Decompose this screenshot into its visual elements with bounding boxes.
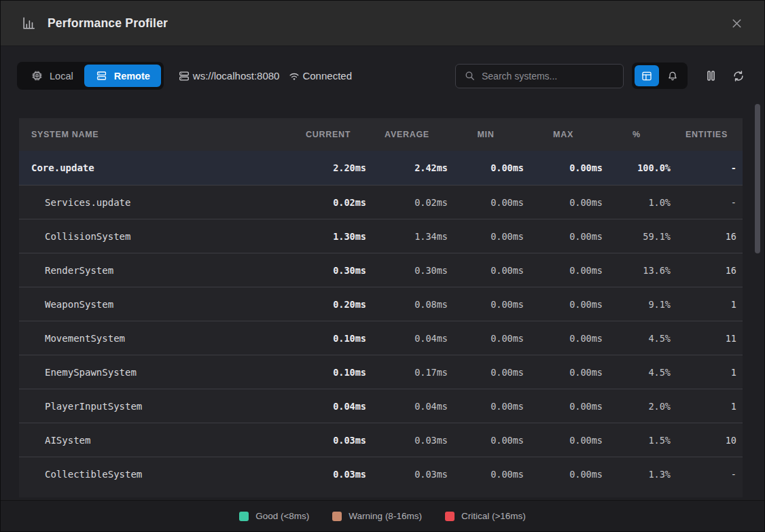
legend-item-good: Good (<8ms) bbox=[239, 511, 309, 521]
pause-icon bbox=[704, 69, 718, 83]
connection-status: Connected bbox=[302, 70, 352, 82]
average-ms-cell: 0.30ms bbox=[366, 265, 448, 276]
column-header-average: AVERAGE bbox=[366, 130, 448, 139]
percent-cell: 4.5% bbox=[603, 367, 671, 378]
local-mode-button[interactable]: Local bbox=[20, 65, 84, 87]
current-ms-cell: 0.30ms bbox=[290, 265, 366, 276]
min-ms-cell: 0.00ms bbox=[448, 231, 524, 242]
current-ms-cell: 0.10ms bbox=[290, 367, 366, 378]
entities-cell: 16 bbox=[671, 231, 743, 242]
table-view-button[interactable] bbox=[635, 65, 659, 86]
system-name-cell: WeaponSystem bbox=[19, 299, 290, 310]
search-icon bbox=[464, 70, 476, 82]
min-ms-cell: 0.00ms bbox=[448, 333, 524, 344]
entities-cell: 1 bbox=[671, 401, 743, 412]
system-name-cell: RenderSystem bbox=[19, 265, 290, 276]
max-ms-cell: 0.00ms bbox=[524, 435, 603, 446]
max-ms-cell: 0.00ms bbox=[524, 299, 603, 310]
mode-toggle: Local Remote bbox=[17, 62, 164, 90]
table-icon bbox=[641, 70, 653, 82]
max-ms-cell: 0.00ms bbox=[524, 333, 603, 344]
column-header-min: MIN bbox=[448, 130, 524, 139]
legend-bar: Good (<8ms) Warning (8-16ms) Critical (>… bbox=[1, 500, 764, 531]
average-ms-cell: 0.04ms bbox=[366, 401, 448, 412]
entities-cell: 16 bbox=[671, 265, 743, 276]
column-header-entities: ENTITIES bbox=[671, 130, 743, 139]
percent-cell: 100.0% bbox=[603, 162, 671, 173]
toolbar: Local Remote ws://localhost:8080 bbox=[1, 62, 764, 90]
percent-cell: 2.0% bbox=[603, 401, 671, 412]
cpu-icon bbox=[31, 69, 43, 82]
percent-cell: 59.1% bbox=[603, 231, 671, 242]
connection-status-group: Connected bbox=[287, 69, 352, 83]
remote-mode-label: Remote bbox=[114, 71, 150, 82]
legend-item-warning: Warning (8-16ms) bbox=[332, 511, 422, 521]
min-ms-cell: 0.00ms bbox=[448, 299, 524, 310]
column-header-system-name: SYSTEM NAME bbox=[19, 130, 290, 139]
max-ms-cell: 0.00ms bbox=[524, 367, 603, 378]
column-header-max: MAX bbox=[524, 130, 603, 139]
average-ms-cell: 0.03ms bbox=[366, 469, 448, 480]
average-ms-cell: 2.42ms bbox=[366, 162, 448, 173]
critical-swatch bbox=[445, 512, 455, 521]
table-row[interactable]: WeaponSystem 0.20ms 0.08ms 0.00ms 0.00ms… bbox=[19, 287, 743, 321]
current-ms-cell: 0.04ms bbox=[290, 401, 366, 412]
system-name-cell: Services.update bbox=[19, 197, 290, 208]
good-label: Good (<8ms) bbox=[255, 511, 309, 521]
server-icon bbox=[177, 69, 191, 83]
table-row[interactable]: Core.update 2.20ms 2.42ms 0.00ms 0.00ms … bbox=[19, 151, 743, 185]
bar-chart-icon bbox=[21, 16, 36, 31]
percent-cell: 9.1% bbox=[603, 299, 671, 310]
title-bar: Performance Profiler bbox=[1, 1, 764, 46]
page-title: Performance Profiler bbox=[48, 16, 168, 31]
systems-table: SYSTEM NAME CURRENT AVERAGE MIN MAX % EN… bbox=[19, 118, 743, 497]
table-row[interactable]: RenderSystem 0.30ms 0.30ms 0.00ms 0.00ms… bbox=[19, 253, 743, 287]
table-row[interactable]: MovementSystem 0.10ms 0.04ms 0.00ms 0.00… bbox=[19, 321, 743, 355]
remote-mode-button[interactable]: Remote bbox=[84, 65, 161, 87]
table-row[interactable]: Services.update 0.02ms 0.02ms 0.00ms 0.0… bbox=[19, 185, 743, 219]
system-name-cell: PlayerInputSystem bbox=[19, 401, 290, 412]
refresh-icon bbox=[732, 69, 745, 83]
max-ms-cell: 0.00ms bbox=[524, 469, 603, 480]
current-ms-cell: 1.30ms bbox=[290, 231, 366, 242]
legend-item-critical: Critical (>16ms) bbox=[445, 511, 526, 521]
column-header-percent: % bbox=[603, 130, 671, 139]
current-ms-cell: 0.10ms bbox=[290, 333, 366, 344]
average-ms-cell: 0.08ms bbox=[366, 299, 448, 310]
pause-button[interactable] bbox=[701, 66, 721, 86]
current-ms-cell: 0.03ms bbox=[290, 435, 366, 446]
table-row[interactable]: PlayerInputSystem 0.04ms 0.04ms 0.00ms 0… bbox=[19, 389, 743, 423]
current-ms-cell: 0.03ms bbox=[290, 469, 366, 480]
max-ms-cell: 0.00ms bbox=[524, 162, 603, 173]
alerts-button[interactable] bbox=[660, 65, 685, 86]
current-ms-cell: 2.20ms bbox=[290, 162, 366, 173]
entities-cell: - bbox=[671, 197, 743, 208]
min-ms-cell: 0.00ms bbox=[448, 367, 524, 378]
ws-url: ws://localhost:8080 bbox=[193, 70, 280, 82]
entities-cell: 1 bbox=[671, 367, 743, 378]
current-ms-cell: 0.20ms bbox=[290, 299, 366, 310]
search-box bbox=[455, 64, 624, 88]
percent-cell: 4.5% bbox=[603, 333, 671, 344]
system-name-cell: CollectibleSystem bbox=[19, 469, 290, 480]
table-row[interactable]: CollisionSystem 1.30ms 1.34ms 0.00ms 0.0… bbox=[19, 219, 743, 253]
table-body: Core.update 2.20ms 2.42ms 0.00ms 0.00ms … bbox=[19, 151, 743, 491]
table-row[interactable]: EnemySpawnSystem 0.10ms 0.17ms 0.00ms 0.… bbox=[19, 355, 743, 389]
server-icon bbox=[95, 69, 108, 82]
search-input[interactable] bbox=[482, 71, 615, 82]
local-mode-label: Local bbox=[50, 71, 73, 82]
scrollbar-thumb[interactable] bbox=[755, 104, 760, 253]
average-ms-cell: 1.34ms bbox=[366, 231, 448, 242]
refresh-button[interactable] bbox=[729, 67, 748, 86]
system-name-cell: Core.update bbox=[19, 162, 290, 173]
min-ms-cell: 0.00ms bbox=[448, 197, 524, 208]
current-ms-cell: 0.02ms bbox=[290, 197, 366, 208]
table-row[interactable]: AISystem 0.03ms 0.03ms 0.00ms 0.00ms 1.5… bbox=[19, 423, 743, 457]
close-icon[interactable] bbox=[727, 14, 747, 33]
average-ms-cell: 0.04ms bbox=[366, 333, 448, 344]
average-ms-cell: 0.02ms bbox=[366, 197, 448, 208]
max-ms-cell: 0.00ms bbox=[524, 231, 603, 242]
table-row[interactable]: CollectibleSystem 0.03ms 0.03ms 0.00ms 0… bbox=[19, 457, 743, 491]
ws-url-group: ws://localhost:8080 bbox=[177, 69, 280, 83]
min-ms-cell: 0.00ms bbox=[448, 265, 524, 276]
